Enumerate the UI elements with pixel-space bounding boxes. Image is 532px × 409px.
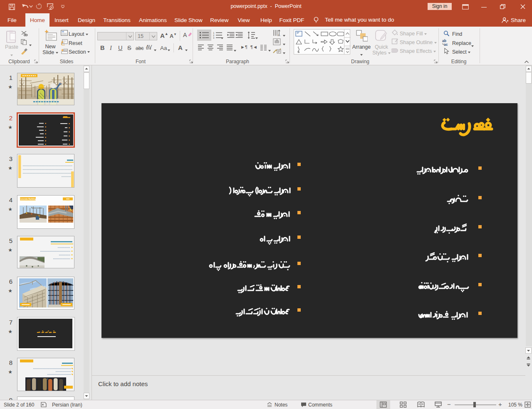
svg-text:Concrete Building: Concrete Building xyxy=(20,198,36,200)
svg-text:A: A xyxy=(278,33,280,37)
svg-text:3: 3 xyxy=(213,37,215,39)
svg-text:ac: ac xyxy=(444,42,448,46)
